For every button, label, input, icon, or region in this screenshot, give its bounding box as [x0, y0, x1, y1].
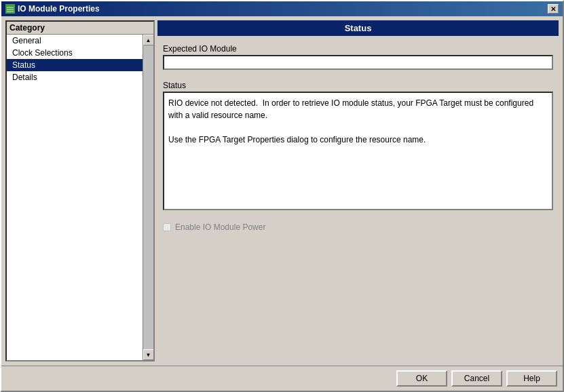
main-panel: Status Expected IO Module Status RIO dev… [157, 20, 559, 361]
status-label: Status [163, 81, 553, 90]
scroll-up-button[interactable]: ▲ [143, 35, 154, 45]
category-panel: Category General Clock Selections Status… [5, 20, 155, 361]
category-item-status[interactable]: Status [7, 59, 143, 71]
close-button[interactable]: ✕ [548, 4, 559, 14]
category-item-general[interactable]: General [7, 35, 143, 47]
dialog-content: Category General Clock Selections Status… [1, 16, 563, 366]
category-list: General Clock Selections Status Details [7, 35, 143, 360]
scroll-track [143, 45, 153, 349]
svg-rect-0 [7, 7, 14, 8]
title-bar-left: IO Module Properties [5, 4, 100, 14]
section-header: Status [157, 20, 559, 36]
window-title: IO Module Properties [18, 4, 100, 14]
category-scrollbar: ▲ ▼ [143, 35, 153, 360]
enable-power-row: Enable IO Module Power [157, 218, 559, 236]
scroll-down-button[interactable]: ▼ [143, 349, 154, 360]
bottom-spacer [157, 241, 559, 361]
dialog-window: IO Module Properties ✕ Category General … [0, 0, 564, 392]
enable-power-label: Enable IO Module Power [175, 222, 265, 232]
window-icon [5, 4, 15, 14]
ok-button[interactable]: OK [396, 370, 447, 387]
svg-rect-2 [7, 11, 14, 12]
help-button[interactable]: Help [506, 370, 557, 387]
expected-io-label: Expected IO Module [163, 44, 553, 54]
category-header: Category [7, 22, 153, 35]
expected-io-input[interactable] [163, 55, 553, 70]
status-textarea: RIO device not detected. In order to ret… [163, 92, 553, 210]
expected-io-group: Expected IO Module [157, 41, 559, 73]
button-bar: OK Cancel Help [1, 366, 563, 391]
category-item-details[interactable]: Details [7, 71, 143, 83]
status-group: Status RIO device not detected. In order… [157, 78, 559, 213]
enable-power-checkbox[interactable] [163, 223, 171, 231]
cancel-button[interactable]: Cancel [451, 370, 502, 387]
svg-rect-1 [7, 9, 14, 10]
category-item-clock[interactable]: Clock Selections [7, 47, 143, 59]
title-bar: IO Module Properties ✕ [1, 1, 563, 16]
